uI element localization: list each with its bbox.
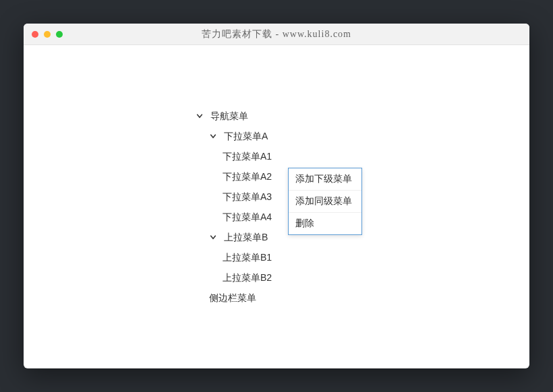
zoom-icon[interactable] bbox=[56, 31, 63, 38]
tree-leaf[interactable]: 下拉菜单A1 bbox=[223, 146, 529, 166]
tree-node-label[interactable]: 下拉菜单A1 bbox=[223, 151, 272, 162]
chevron-down-icon[interactable] bbox=[196, 106, 205, 126]
tree-node-label[interactable]: 侧边栏菜单 bbox=[209, 292, 256, 303]
tree-node-label[interactable]: 导航菜单 bbox=[210, 110, 248, 121]
close-icon[interactable] bbox=[32, 31, 38, 38]
tree-node-label[interactable]: 下拉菜单A3 bbox=[223, 191, 272, 202]
chevron-down-icon[interactable] bbox=[209, 126, 219, 146]
chevron-down-icon[interactable] bbox=[209, 227, 219, 247]
tree-node-c[interactable]: 侧边栏菜单 bbox=[209, 288, 529, 308]
tree-node-a[interactable]: 下拉菜单A 下拉菜单A1 下拉菜单A2 下拉菜单A3 下拉菜单A4 bbox=[209, 126, 529, 227]
app-window: 苦力吧素材下载 - www.kuli8.com 导航菜单 下拉菜单A 下拉菜单A… bbox=[24, 24, 529, 368]
tree-root[interactable]: 导航菜单 下拉菜单A 下拉菜单A1 下拉菜单A2 bbox=[196, 106, 529, 308]
minimize-icon[interactable] bbox=[44, 31, 51, 38]
tree-node-label[interactable]: 上拉菜单B bbox=[224, 232, 268, 242]
tree-node-label[interactable]: 下拉菜单A4 bbox=[223, 211, 272, 222]
content-area: 导航菜单 下拉菜单A 下拉菜单A1 下拉菜单A2 bbox=[24, 45, 529, 308]
tree-node-label[interactable]: 下拉菜单A bbox=[224, 131, 268, 141]
tree-leaf[interactable]: 下拉菜单A3 bbox=[223, 187, 529, 207]
menu-add-sibling[interactable]: 添加同级菜单 bbox=[289, 191, 361, 213]
tree-leaf[interactable]: 下拉菜单A2 bbox=[223, 166, 529, 187]
titlebar: 苦力吧素材下载 - www.kuli8.com bbox=[24, 24, 529, 45]
window-controls bbox=[32, 31, 63, 38]
window-title: 苦力吧素材下载 - www.kuli8.com bbox=[24, 28, 529, 40]
tree-node-label[interactable]: 上拉菜单B2 bbox=[223, 272, 272, 283]
menu-add-child[interactable]: 添加下级菜单 bbox=[289, 168, 361, 191]
tree-leaf[interactable]: 上拉菜单B2 bbox=[223, 267, 529, 288]
context-menu: 添加下级菜单 添加同级菜单 删除 bbox=[288, 168, 362, 235]
tree-leaf[interactable]: 上拉菜单B1 bbox=[223, 247, 529, 267]
tree-leaf[interactable]: 下拉菜单A4 bbox=[223, 207, 529, 227]
tree-node-b[interactable]: 上拉菜单B 上拉菜单B1 上拉菜单B2 bbox=[209, 227, 529, 288]
menu-delete[interactable]: 删除 bbox=[289, 213, 361, 234]
tree-node-label[interactable]: 下拉菜单A2 bbox=[223, 171, 272, 182]
tree-node-label[interactable]: 上拉菜单B1 bbox=[223, 252, 272, 263]
